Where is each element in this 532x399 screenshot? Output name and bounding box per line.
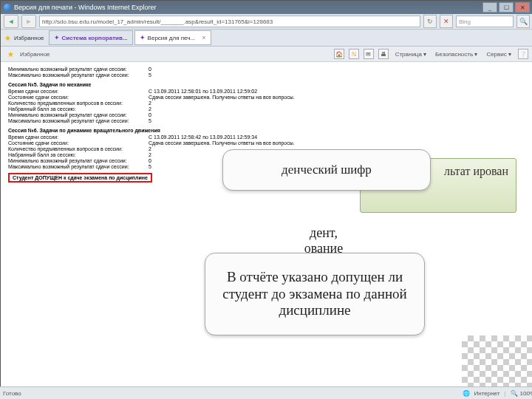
safety-menu[interactable]: Безопасность ▾ [433,51,480,58]
status-bar: Готово 🌐 Интернет | 🔍 100% [0,386,532,399]
zoom-value: 100% [520,390,532,397]
minimize-button[interactable]: _ [482,2,497,13]
rss-button[interactable]: ℕ [349,49,359,59]
back-button[interactable]: ◄ [4,15,18,28]
tab-bar: ★ Избранное ✦ Система корпоратив... ✦ Ве… [1,30,532,47]
callout-student-code: денческий шифр [222,149,431,191]
zoom-control[interactable]: 🔍 100% [511,390,532,397]
window-title: Версия для печати - Windows Internet Exp… [14,4,157,11]
max-result-label: Максимально возможный результат сдачи се… [8,72,149,78]
mail-button[interactable]: ✉ [364,49,374,59]
search-button[interactable]: 🔍 [516,15,530,28]
zone-icon: 🌐 [463,390,470,397]
zoom-icon: 🔍 [511,390,518,397]
command-toolbar: ★ Избранное 🏠 ℕ ✉ 🖶 Страница ▾ Безопасно… [1,47,532,62]
address-bar: ◄ ► http://sdo.bsu.edu.ru/model_17_admin… [1,14,532,30]
tab-1-label: Система корпоратив... [62,35,128,41]
print-button[interactable]: 🖶 [378,49,389,59]
help-button[interactable]: ❔ [518,49,528,59]
favorites-star-icon[interactable]: ★ [2,33,13,43]
tab-2-label: Версия для печ... [148,35,196,41]
page-menu[interactable]: Страница ▾ [393,51,429,58]
min-result-value: 0 [149,66,151,72]
fav-button-icon[interactable]: ★ [5,49,16,59]
tab-favicon-1: ✦ [54,34,60,41]
max-result-value: 5 [149,72,151,78]
refresh-button[interactable]: ↻ [423,15,437,28]
tab-1[interactable]: ✦ Система корпоратив... [49,30,133,45]
tools-menu[interactable]: Сервис ▾ [484,51,514,58]
stop-button[interactable]: ✕ [440,15,453,28]
callout-admission-explain: В отчёте указано допущен ли студент до э… [205,253,425,335]
zone-label: Интернет [474,390,500,397]
search-input[interactable]: Bing [456,16,514,27]
tab-2-active[interactable]: ✦ Версия для печ... × [134,30,211,45]
tab-favicon-2: ✦ [140,34,146,41]
content-area: Минимально возможный результат сдачи сес… [1,62,532,399]
close-button[interactable]: ✕ [515,2,530,13]
home-button[interactable]: 🏠 [334,49,344,59]
browser-window: Версия для печати - Windows Internet Exp… [0,0,532,398]
min-result-label: Минимально возможный результат сдачи сес… [8,66,149,72]
admission-result-box: Студент ДОПУЩЕН к сдаче экзамена по дисц… [8,173,152,183]
window-controls: _ ☐ ✕ [482,2,530,13]
fav-button-label[interactable]: Избранное [20,51,50,58]
url-input[interactable]: http://sdo.bsu.edu.ru/model_17_admin/res… [39,16,420,27]
ie-icon [4,4,11,11]
section-6-header: Сессия №6. Задачи по динамике вращательн… [8,128,525,133]
forward-button[interactable]: ► [21,15,36,28]
title-bar: Версия для печати - Windows Internet Exp… [1,1,532,14]
section-5-header: Сессия №5. Задачи по механике [8,82,525,87]
status-text: Готово [3,390,21,397]
favorites-label[interactable]: Избранное [14,35,44,41]
maximize-button[interactable]: ☐ [499,2,514,13]
tab-close-icon[interactable]: × [202,34,205,41]
